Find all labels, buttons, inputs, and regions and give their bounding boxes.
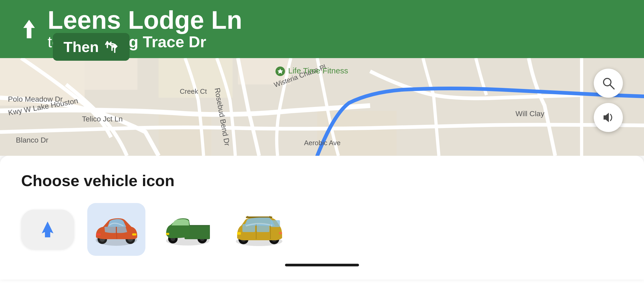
svg-rect-4 <box>85 58 137 90</box>
home-bar <box>285 264 359 266</box>
green-truck-icon <box>161 210 214 249</box>
truck-option-bg <box>159 203 217 256</box>
volume-icon <box>601 111 615 124</box>
home-indicator <box>21 256 623 269</box>
vehicle-option-suv[interactable] <box>230 203 288 256</box>
nav-arrow-vehicle-icon <box>37 219 58 240</box>
vehicle-option-arrow[interactable] <box>21 210 74 249</box>
street-name: Leens Lodge Ln <box>48 7 242 33</box>
svg-text:Creek Ct: Creek Ct <box>180 87 207 95</box>
svg-text:Life Time Fitness: Life Time Fitness <box>288 66 348 75</box>
svg-marker-24 <box>42 221 53 237</box>
search-button[interactable] <box>594 69 623 98</box>
nav-header: Leens Lodge Ln toward Long Trace Dr Then <box>0 0 644 58</box>
vehicle-option-truck[interactable] <box>159 203 217 256</box>
svg-rect-31 <box>96 233 101 235</box>
svg-text:Aerobic Ave: Aerobic Ave <box>304 139 341 147</box>
svg-rect-53 <box>237 232 241 235</box>
svg-line-22 <box>610 85 614 89</box>
volume-button[interactable] <box>594 103 623 132</box>
then-label: Then <box>63 38 99 55</box>
yellow-suv-icon <box>231 210 287 249</box>
straight-ahead-icon <box>21 20 37 38</box>
svg-text:Will Clay: Will Clay <box>516 110 544 118</box>
car-option-bg <box>87 203 145 256</box>
svg-rect-54 <box>279 232 282 234</box>
search-icon <box>601 76 615 90</box>
section-title: Choose vehicle icon <box>21 172 623 190</box>
svg-marker-23 <box>604 113 609 122</box>
nav-direction-arrow <box>21 20 37 38</box>
svg-rect-30 <box>132 233 136 235</box>
vehicle-option-car[interactable] <box>87 203 145 256</box>
map-area: Polo Meadow Dr Kwy W Lake Houston Blanco… <box>0 58 644 156</box>
svg-text:Blanco Dr: Blanco Dr <box>16 136 48 144</box>
turn-left-icon <box>104 40 119 54</box>
svg-rect-50 <box>257 224 269 232</box>
arrow-option-bg <box>21 210 74 249</box>
svg-rect-39 <box>166 233 169 235</box>
svg-rect-46 <box>247 216 248 218</box>
then-badge: Then <box>53 33 130 61</box>
red-car-icon <box>91 210 141 249</box>
vehicle-options-row <box>21 203 623 256</box>
suv-option-bg <box>230 203 288 256</box>
svg-text:Telico Jct Ln: Telico Jct Ln <box>82 115 123 123</box>
nav-street-info: Leens Lodge Ln toward Long Trace Dr <box>48 7 623 51</box>
svg-rect-47 <box>269 216 270 218</box>
bottom-sheet: Choose vehicle icon <box>0 156 644 280</box>
map-background: Polo Meadow Dr Kwy W Lake Houston Blanco… <box>0 58 644 156</box>
